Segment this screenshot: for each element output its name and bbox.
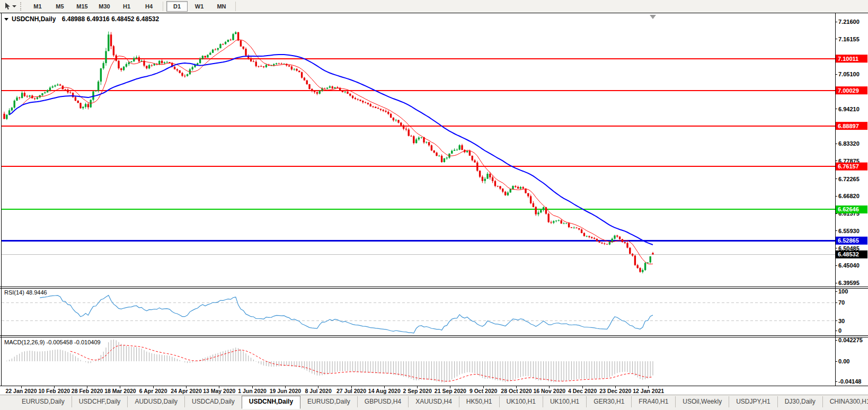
date-label: 24 Apr 2020 bbox=[171, 388, 202, 394]
svg-text:6.52865: 6.52865 bbox=[838, 237, 859, 244]
tab-usdjpy-h1[interactable]: USDJPY,H1 bbox=[729, 396, 777, 407]
price-tag: 6.48532 bbox=[836, 251, 867, 259]
svg-text:6.48532: 6.48532 bbox=[838, 251, 859, 257]
svg-text:7.00029: 7.00029 bbox=[838, 87, 859, 94]
toolbar-separator bbox=[163, 2, 163, 11]
date-label: 21 Sep 2020 bbox=[435, 388, 466, 394]
svg-text:6.88897: 6.88897 bbox=[838, 123, 859, 129]
tf-button-m30[interactable]: M30 bbox=[94, 1, 115, 12]
toolbar-grip bbox=[20, 2, 22, 11]
mt4-window: M1M5M15M30H1H4D1W1MN 7.216007.161557.051… bbox=[0, 0, 868, 410]
tab-ger30-h1[interactable]: GER30,H1 bbox=[586, 396, 631, 407]
axis-tick-label: 6.39595 bbox=[838, 280, 860, 286]
tab-gbpusd-h4[interactable]: GBPUSD,H4 bbox=[357, 396, 408, 407]
tf-button-w1[interactable]: W1 bbox=[189, 1, 210, 12]
tf-button-m5[interactable]: M5 bbox=[49, 1, 70, 12]
date-label: 12 Jan 2021 bbox=[633, 388, 664, 394]
axis-tick-label: 100 bbox=[838, 288, 848, 295]
date-label: 27 Jul 2020 bbox=[336, 388, 366, 394]
date-label: 16 Nov 2020 bbox=[533, 388, 565, 394]
axis-tick-label: 7.21600 bbox=[838, 19, 860, 25]
price-tag: 6.76157 bbox=[836, 163, 867, 171]
date-label: 28 Oct 2020 bbox=[501, 388, 532, 394]
tab-usdcnh-daily[interactable]: USDCNH,Daily bbox=[242, 396, 300, 409]
tab-eurusd-daily[interactable]: EURUSD,Daily bbox=[15, 396, 72, 407]
axis-tick-label: 6.45040 bbox=[838, 262, 860, 269]
svg-text:6.62646: 6.62646 bbox=[838, 206, 859, 212]
price-tag: 7.10011 bbox=[836, 55, 867, 63]
axis-tick-label: 6.94210 bbox=[838, 106, 860, 112]
tab-xauusd-h4[interactable]: XAUUSD,H4 bbox=[408, 396, 459, 407]
tf-button-m1[interactable]: M1 bbox=[27, 1, 48, 12]
tf-button-mn[interactable]: MN bbox=[211, 1, 232, 12]
tf-button-h1[interactable]: H1 bbox=[116, 1, 137, 12]
date-label: 19 Jun 2020 bbox=[270, 388, 302, 394]
price-tag: 6.52865 bbox=[836, 237, 867, 245]
axis-tick-label: 6.66820 bbox=[838, 193, 860, 199]
axis-tick-label: -0.04148 bbox=[838, 378, 861, 385]
date-label: 10 Feb 2020 bbox=[39, 388, 70, 394]
date-label: 22 Jan 2020 bbox=[6, 388, 37, 394]
axis-tick-label: 70 bbox=[838, 299, 845, 306]
axis-tick-label: 6.83320 bbox=[838, 140, 860, 147]
tf-button-m15[interactable]: M15 bbox=[72, 1, 93, 12]
date-label: 23 Dec 2020 bbox=[599, 388, 631, 394]
cursor-tool-button[interactable] bbox=[2, 1, 18, 12]
axis-tick-label: 0.00 bbox=[838, 358, 849, 364]
axis-tick-label: 7.16155 bbox=[838, 36, 860, 42]
svg-text:7.10011: 7.10011 bbox=[838, 56, 858, 62]
date-label: 6 Apr 2020 bbox=[139, 388, 167, 394]
tab-fra40-h1[interactable]: FRA40,H1 bbox=[631, 396, 675, 407]
tab-audusd-daily[interactable]: AUDUSD,Daily bbox=[127, 396, 184, 407]
tab-uk100-h1[interactable]: UK100,H1 bbox=[543, 396, 586, 407]
date-label: 1 Jun 2020 bbox=[238, 388, 267, 394]
date-label: 8 Jul 2020 bbox=[305, 388, 332, 394]
tab-hk50-h1[interactable]: HK50,H1 bbox=[459, 396, 499, 407]
price-tag: 6.88897 bbox=[836, 122, 867, 130]
axis-tick-label: 6.72265 bbox=[838, 176, 860, 182]
tab-usdcad-daily[interactable]: USDCAD,Daily bbox=[184, 396, 242, 407]
axis-tick-label: 7.05100 bbox=[838, 71, 860, 77]
cursor-tool-caret-icon bbox=[12, 5, 16, 7]
tab-dj30-daily[interactable]: DJ30,Daily bbox=[777, 396, 822, 407]
tf-button-d1[interactable]: D1 bbox=[166, 1, 188, 12]
cursor-icon bbox=[4, 3, 11, 10]
date-label: 4 Dec 2020 bbox=[568, 388, 597, 394]
date-label: 18 Mar 2020 bbox=[104, 388, 136, 394]
tab-usdchf-daily[interactable]: USDCHF,Daily bbox=[72, 396, 128, 407]
date-label: 2 Sep 2020 bbox=[403, 388, 431, 394]
date-label: 28 Feb 2020 bbox=[72, 388, 103, 394]
tf-button-h4[interactable]: H4 bbox=[138, 1, 160, 12]
axis-tick-label: 30 bbox=[838, 318, 845, 324]
price-tag: 6.62646 bbox=[836, 206, 867, 213]
chart-canvas[interactable]: 7.216007.161557.051006.942106.833206.778… bbox=[0, 13, 868, 395]
axis-tick-label: 0.042275 bbox=[838, 337, 863, 343]
price-tag: 7.00029 bbox=[836, 86, 867, 94]
tab-usoil-weekly[interactable]: USOil,Weekly bbox=[675, 396, 729, 407]
timeframe-buttons: M1M5M15M30H1H4D1W1MN bbox=[26, 0, 238, 13]
tab-eurusd-daily[interactable]: EURUSD,Daily bbox=[300, 396, 357, 407]
axis-tick-label: 0 bbox=[838, 327, 842, 334]
date-label: 14 Aug 2020 bbox=[368, 388, 401, 394]
toolbar-separator bbox=[235, 2, 236, 11]
axis-tick-label: 6.55930 bbox=[838, 228, 860, 234]
date-label: 9 Oct 2020 bbox=[470, 388, 498, 394]
svg-text:6.76157: 6.76157 bbox=[838, 163, 859, 170]
tab-uk100-h1[interactable]: UK100,H1 bbox=[499, 396, 543, 407]
chart-tab-bar: EURUSD,DailyUSDCHF,DailyAUDUSD,DailyUSDC… bbox=[0, 395, 868, 410]
axis-tick-label: 6.50485 bbox=[838, 245, 860, 252]
tab-china300-h1[interactable]: CHINA300,H1 bbox=[822, 396, 868, 407]
toolbar: M1M5M15M30H1H4D1W1MN bbox=[0, 0, 868, 13]
date-label: 13 May 2020 bbox=[203, 388, 235, 394]
